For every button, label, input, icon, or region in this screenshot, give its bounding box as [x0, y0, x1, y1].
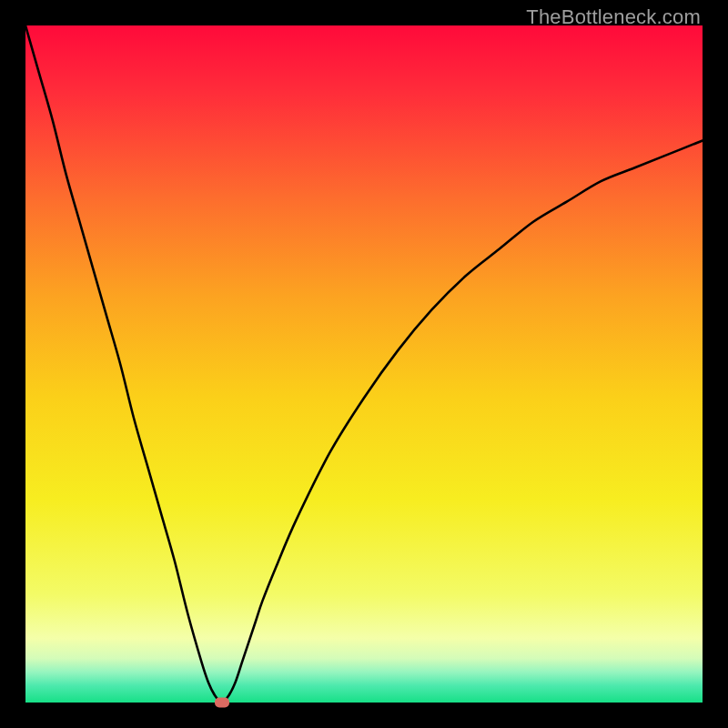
chart-frame: [25, 25, 703, 703]
optimal-point-marker: [215, 698, 229, 708]
watermark-text: TheBottleneck.com: [526, 5, 701, 29]
bottleneck-chart: [25, 25, 703, 703]
chart-background: [25, 25, 703, 703]
